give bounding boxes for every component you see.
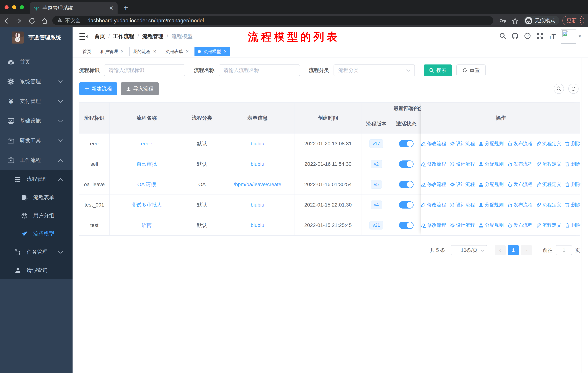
design-process-link[interactable]: 设计流程 (450, 161, 475, 167)
delete-link[interactable]: 删除 (565, 161, 581, 167)
password-key-icon[interactable] (499, 18, 506, 25)
process-name-link[interactable]: 滔博 (142, 222, 152, 229)
publish-process-link[interactable]: 发布流程 (507, 161, 533, 167)
process-definition-link[interactable]: 流程定义 (536, 161, 561, 167)
delete-link[interactable]: 删除 (565, 222, 581, 228)
github-icon[interactable] (509, 32, 521, 41)
sidebar-item-task-management[interactable]: 任务管理 (0, 243, 73, 261)
forward-icon[interactable] (13, 17, 26, 24)
sidebar-item-process-management[interactable]: 流程管理 (0, 170, 73, 188)
sidebar-item-leave-query[interactable]: 请假查询 (0, 261, 73, 279)
close-icon[interactable]: ✕ (120, 49, 124, 54)
back-icon[interactable] (0, 17, 13, 24)
active-toggle[interactable] (399, 222, 414, 229)
publish-process-link[interactable]: 发布流程 (507, 181, 533, 188)
edit-process-link[interactable]: 修改流程 (421, 141, 446, 147)
publish-process-link[interactable]: 发布流程 (507, 202, 533, 208)
form-info-link[interactable]: biubiu (251, 202, 264, 208)
sidebar-item-user-group[interactable]: 用户分组 (0, 207, 73, 225)
design-process-link[interactable]: 设计流程 (450, 202, 475, 208)
sidebar-item-dev-tools[interactable]: 研发工具 (0, 131, 73, 151)
design-process-link[interactable]: 设计流程 (450, 141, 475, 147)
avatar[interactable] (561, 29, 576, 44)
version-badge[interactable]: v17 (369, 139, 383, 148)
close-icon[interactable]: ✕ (153, 49, 156, 54)
search-icon[interactable] (496, 32, 509, 40)
security-warning-icon[interactable] (57, 18, 63, 24)
process-definition-link[interactable]: 流程定义 (536, 141, 561, 147)
assign-rule-link[interactable]: 分配规则 (479, 181, 504, 188)
goto-page-input[interactable] (556, 245, 572, 255)
form-info-link[interactable]: /bpm/oa/leave/create (234, 181, 281, 187)
bookmark-star-icon[interactable] (511, 18, 519, 26)
publish-process-link[interactable]: 发布流程 (507, 141, 533, 147)
tag-my-process[interactable]: 我的流程✕ (129, 47, 160, 56)
delete-link[interactable]: 删除 (565, 202, 581, 208)
sidebar-item-process-model[interactable]: 流程模型 (0, 225, 73, 243)
process-name-link[interactable]: 测试多审批人 (131, 202, 162, 208)
close-icon[interactable]: ✕ (223, 49, 227, 54)
filter-key-input[interactable] (104, 64, 185, 76)
edit-process-link[interactable]: 修改流程 (421, 161, 446, 167)
tab-close-icon[interactable]: ✕ (109, 5, 114, 11)
publish-process-link[interactable]: 发布流程 (507, 222, 533, 228)
macos-close-button[interactable] (5, 5, 9, 9)
home-icon[interactable] (38, 17, 51, 24)
new-tab-button[interactable]: + (121, 3, 130, 13)
process-name-link[interactable]: 自己审批 (136, 161, 157, 168)
next-page-button[interactable]: › (521, 245, 532, 255)
tag-process-form[interactable]: 流程表单✕ (162, 47, 192, 56)
design-process-link[interactable]: 设计流程 (450, 181, 475, 188)
delete-link[interactable]: 删除 (565, 141, 581, 147)
filter-category-select[interactable]: 流程分类 (334, 64, 415, 76)
close-icon[interactable]: ✕ (186, 49, 189, 54)
tag-home[interactable]: 首页 (79, 47, 95, 56)
version-badge[interactable]: v5 (371, 180, 382, 189)
form-info-link[interactable]: biubiu (251, 141, 264, 147)
sidebar-item-process-form[interactable]: 流程表单 (0, 188, 73, 207)
assign-rule-link[interactable]: 分配规则 (479, 222, 504, 228)
browser-update-button[interactable]: 更新 (562, 16, 584, 25)
tag-process-model[interactable]: 流程模型✕ (194, 47, 230, 56)
toggle-search-button[interactable] (554, 84, 564, 94)
sidebar-collapse-icon[interactable] (78, 31, 89, 42)
page-size-select[interactable]: 10条/页 (451, 245, 487, 255)
font-size-icon[interactable]: TT (546, 33, 558, 40)
version-badge[interactable]: v4 (371, 201, 382, 209)
create-process-button[interactable]: 新建流程 (79, 82, 117, 95)
avatar-caret-icon[interactable]: ▼ (578, 34, 582, 39)
version-badge[interactable]: v2 (371, 160, 382, 168)
prev-page-button[interactable]: ‹ (495, 245, 506, 255)
breadcrumb-home[interactable]: 首页 (94, 33, 105, 40)
assign-rule-link[interactable]: 分配规则 (479, 141, 504, 147)
filter-name-input[interactable] (219, 64, 300, 76)
breadcrumb-workflow[interactable]: 工作流程 (113, 33, 134, 40)
edit-process-link[interactable]: 修改流程 (421, 202, 446, 208)
tag-tenant[interactable]: 租户管理✕ (97, 47, 127, 56)
edit-process-link[interactable]: 修改流程 (421, 222, 446, 228)
process-definition-link[interactable]: 流程定义 (536, 181, 561, 188)
macos-zoom-button[interactable] (20, 5, 24, 9)
security-label[interactable]: 不安全 (65, 17, 80, 24)
process-name-link[interactable]: eeee (141, 141, 152, 147)
fullscreen-icon[interactable] (534, 32, 546, 40)
active-toggle[interactable] (399, 161, 414, 168)
delete-link[interactable]: 删除 (565, 181, 581, 188)
form-info-link[interactable]: biubiu (251, 161, 264, 167)
process-definition-link[interactable]: 流程定义 (536, 222, 561, 228)
browser-tab[interactable]: 芋道管理系统 ✕ (30, 2, 117, 14)
design-process-link[interactable]: 设计流程 (450, 222, 475, 228)
import-process-button[interactable]: 导入流程 (121, 82, 159, 95)
edit-process-link[interactable]: 修改流程 (421, 181, 446, 188)
breadcrumb-process-management[interactable]: 流程管理 (142, 33, 163, 40)
sidebar-item-workflow[interactable]: 工作流程 (0, 151, 73, 170)
reset-button[interactable]: 重置 (456, 64, 486, 76)
process-name-link[interactable]: OA 请假 (137, 181, 156, 188)
url-text[interactable]: dashboard.yudao.iocoder.cn/bpm/manager/m… (87, 18, 204, 24)
sidebar-item-home[interactable]: 首页 (0, 52, 73, 72)
active-toggle[interactable] (399, 201, 414, 209)
reload-icon[interactable] (26, 17, 38, 24)
browser-menu-icon[interactable] (580, 18, 581, 23)
active-toggle[interactable] (399, 181, 414, 188)
sidebar-logo-row[interactable]: 芋道管理系统 (0, 27, 73, 45)
